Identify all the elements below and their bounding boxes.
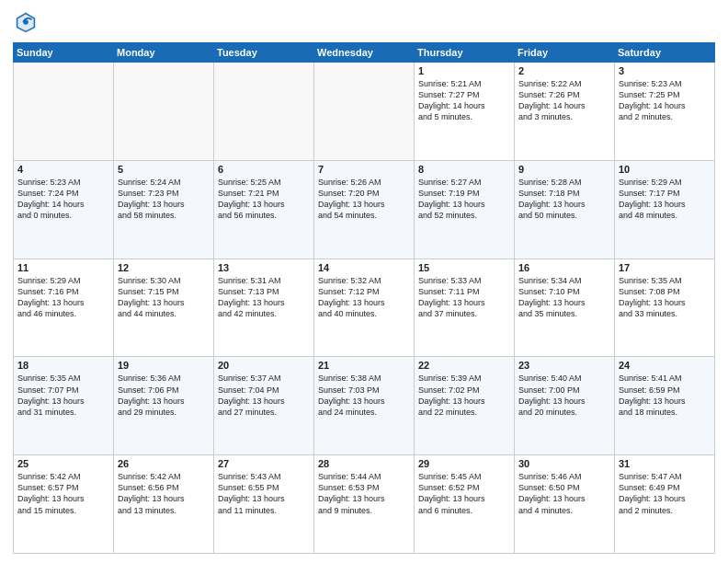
day-info: Sunrise: 5:37 AM Sunset: 7:04 PM Dayligh… [218,373,310,418]
day-info: Sunrise: 5:24 AM Sunset: 7:23 PM Dayligh… [118,177,210,222]
day-info: Sunrise: 5:25 AM Sunset: 7:21 PM Dayligh… [218,177,310,222]
day-info: Sunrise: 5:46 AM Sunset: 6:50 PM Dayligh… [518,471,610,516]
calendar-cell: 27Sunrise: 5:43 AM Sunset: 6:55 PM Dayli… [214,455,314,554]
calendar-cell [14,63,114,161]
page: SundayMondayTuesdayWednesdayThursdayFrid… [0,0,728,563]
day-info: Sunrise: 5:34 AM Sunset: 7:10 PM Dayligh… [518,275,610,320]
day-number: 27 [218,458,310,469]
day-number: 7 [318,164,410,175]
day-number: 19 [118,360,210,371]
calendar-cell: 8Sunrise: 5:27 AM Sunset: 7:19 PM Daylig… [415,160,515,259]
calendar-cell: 20Sunrise: 5:37 AM Sunset: 7:04 PM Dayli… [214,357,314,455]
calendar-cell [114,63,214,161]
day-number: 24 [619,360,711,371]
day-number: 11 [17,262,109,273]
weekday-saturday: Saturday [615,43,715,63]
day-info: Sunrise: 5:35 AM Sunset: 7:07 PM Dayligh… [17,373,109,418]
calendar-cell [214,63,314,161]
day-info: Sunrise: 5:42 AM Sunset: 6:56 PM Dayligh… [118,471,210,516]
calendar-cell: 5Sunrise: 5:24 AM Sunset: 7:23 PM Daylig… [114,160,214,259]
day-number: 22 [418,360,510,371]
day-number: 16 [518,262,610,273]
day-info: Sunrise: 5:33 AM Sunset: 7:11 PM Dayligh… [418,275,510,320]
calendar-cell: 25Sunrise: 5:42 AM Sunset: 6:57 PM Dayli… [14,455,114,554]
day-number: 8 [418,164,510,175]
day-info: Sunrise: 5:22 AM Sunset: 7:26 PM Dayligh… [518,78,610,123]
calendar-cell: 21Sunrise: 5:38 AM Sunset: 7:03 PM Dayli… [314,357,415,455]
calendar-cell: 24Sunrise: 5:41 AM Sunset: 6:59 PM Dayli… [615,357,715,455]
weekday-friday: Friday [515,43,615,63]
day-number: 28 [318,458,410,469]
calendar-cell: 11Sunrise: 5:29 AM Sunset: 7:16 PM Dayli… [14,259,114,357]
weekday-thursday: Thursday [415,43,515,63]
weekday-wednesday: Wednesday [314,43,415,63]
day-number: 25 [17,458,109,469]
day-number: 26 [118,458,210,469]
svg-point-2 [23,19,28,25]
day-info: Sunrise: 5:42 AM Sunset: 6:57 PM Dayligh… [17,471,109,516]
day-info: Sunrise: 5:35 AM Sunset: 7:08 PM Dayligh… [619,275,711,320]
day-number: 2 [518,65,610,76]
day-info: Sunrise: 5:36 AM Sunset: 7:06 PM Dayligh… [118,373,210,418]
calendar-cell: 30Sunrise: 5:46 AM Sunset: 6:50 PM Dayli… [515,455,615,554]
day-number: 10 [619,164,711,175]
day-info: Sunrise: 5:21 AM Sunset: 7:27 PM Dayligh… [418,78,510,123]
calendar-cell: 9Sunrise: 5:28 AM Sunset: 7:18 PM Daylig… [515,160,615,259]
calendar-cell: 23Sunrise: 5:40 AM Sunset: 7:00 PM Dayli… [515,357,615,455]
day-number: 9 [518,164,610,175]
day-number: 31 [619,458,711,469]
logo-icon [13,9,39,35]
day-number: 6 [218,164,310,175]
day-info: Sunrise: 5:29 AM Sunset: 7:16 PM Dayligh… [17,275,109,320]
day-number: 4 [17,164,109,175]
day-number: 3 [619,65,711,76]
calendar-cell: 1Sunrise: 5:21 AM Sunset: 7:27 PM Daylig… [415,63,515,161]
weekday-tuesday: Tuesday [214,43,314,63]
calendar-cell: 2Sunrise: 5:22 AM Sunset: 7:26 PM Daylig… [515,63,615,161]
logo [13,9,42,35]
day-info: Sunrise: 5:41 AM Sunset: 6:59 PM Dayligh… [619,373,711,418]
calendar-cell: 12Sunrise: 5:30 AM Sunset: 7:15 PM Dayli… [114,259,214,357]
day-info: Sunrise: 5:30 AM Sunset: 7:15 PM Dayligh… [118,275,210,320]
calendar-cell: 18Sunrise: 5:35 AM Sunset: 7:07 PM Dayli… [14,357,114,455]
calendar-cell: 29Sunrise: 5:45 AM Sunset: 6:52 PM Dayli… [415,455,515,554]
calendar-cell: 10Sunrise: 5:29 AM Sunset: 7:17 PM Dayli… [615,160,715,259]
day-number: 29 [418,458,510,469]
calendar-cell: 26Sunrise: 5:42 AM Sunset: 6:56 PM Dayli… [114,455,214,554]
day-info: Sunrise: 5:40 AM Sunset: 7:00 PM Dayligh… [518,373,610,418]
week-row-5: 25Sunrise: 5:42 AM Sunset: 6:57 PM Dayli… [14,455,715,554]
day-number: 21 [318,360,410,371]
day-number: 13 [218,262,310,273]
header [13,9,715,35]
week-row-2: 4Sunrise: 5:23 AM Sunset: 7:24 PM Daylig… [14,160,715,259]
calendar-cell: 28Sunrise: 5:44 AM Sunset: 6:53 PM Dayli… [314,455,415,554]
day-info: Sunrise: 5:23 AM Sunset: 7:25 PM Dayligh… [619,78,711,123]
day-info: Sunrise: 5:45 AM Sunset: 6:52 PM Dayligh… [418,471,510,516]
calendar-cell: 22Sunrise: 5:39 AM Sunset: 7:02 PM Dayli… [415,357,515,455]
day-info: Sunrise: 5:39 AM Sunset: 7:02 PM Dayligh… [418,373,510,418]
day-info: Sunrise: 5:43 AM Sunset: 6:55 PM Dayligh… [218,471,310,516]
day-info: Sunrise: 5:44 AM Sunset: 6:53 PM Dayligh… [318,471,410,516]
day-number: 15 [418,262,510,273]
day-number: 18 [17,360,109,371]
day-number: 17 [619,262,711,273]
week-row-1: 1Sunrise: 5:21 AM Sunset: 7:27 PM Daylig… [14,63,715,161]
calendar-cell: 16Sunrise: 5:34 AM Sunset: 7:10 PM Dayli… [515,259,615,357]
day-number: 30 [518,458,610,469]
day-info: Sunrise: 5:23 AM Sunset: 7:24 PM Dayligh… [17,177,109,222]
calendar-table: SundayMondayTuesdayWednesdayThursdayFrid… [13,42,715,554]
calendar-cell: 31Sunrise: 5:47 AM Sunset: 6:49 PM Dayli… [615,455,715,554]
day-info: Sunrise: 5:26 AM Sunset: 7:20 PM Dayligh… [318,177,410,222]
calendar-cell: 13Sunrise: 5:31 AM Sunset: 7:13 PM Dayli… [214,259,314,357]
day-info: Sunrise: 5:38 AM Sunset: 7:03 PM Dayligh… [318,373,410,418]
calendar-cell: 17Sunrise: 5:35 AM Sunset: 7:08 PM Dayli… [615,259,715,357]
calendar-cell: 19Sunrise: 5:36 AM Sunset: 7:06 PM Dayli… [114,357,214,455]
weekday-monday: Monday [114,43,214,63]
day-number: 1 [418,65,510,76]
calendar-cell: 3Sunrise: 5:23 AM Sunset: 7:25 PM Daylig… [615,63,715,161]
day-number: 5 [118,164,210,175]
week-row-3: 11Sunrise: 5:29 AM Sunset: 7:16 PM Dayli… [14,259,715,357]
calendar-cell: 6Sunrise: 5:25 AM Sunset: 7:21 PM Daylig… [214,160,314,259]
day-number: 20 [218,360,310,371]
day-info: Sunrise: 5:31 AM Sunset: 7:13 PM Dayligh… [218,275,310,320]
